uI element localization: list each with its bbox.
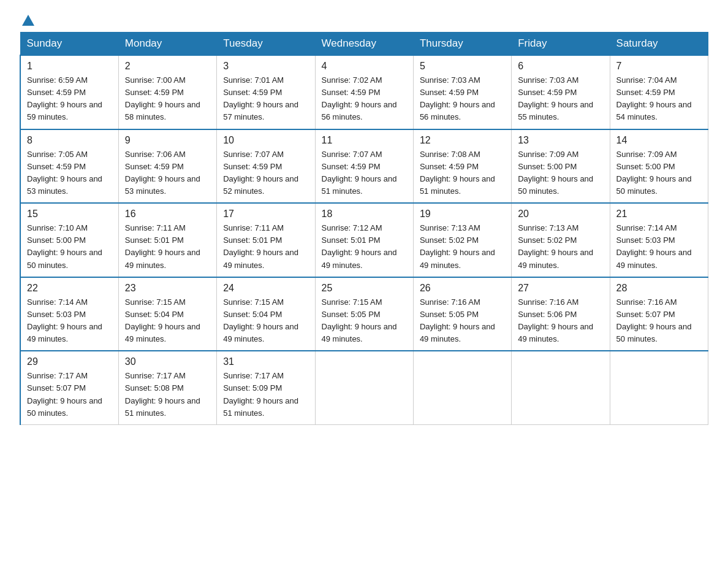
calendar-cell: 31 Sunrise: 7:17 AMSunset: 5:09 PMDaylig… [217, 351, 315, 424]
calendar-table: SundayMondayTuesdayWednesdayThursdayFrid… [20, 32, 708, 425]
day-info: Sunrise: 7:17 AMSunset: 5:07 PMDaylight:… [27, 371, 102, 417]
calendar-cell: 18 Sunrise: 7:12 AMSunset: 5:01 PMDaylig… [315, 203, 413, 277]
day-info: Sunrise: 7:12 AMSunset: 5:01 PMDaylight:… [322, 223, 397, 269]
day-number: 16 [125, 209, 210, 220]
day-info: Sunrise: 7:05 AMSunset: 4:59 PMDaylight:… [27, 150, 102, 196]
calendar-cell: 19 Sunrise: 7:13 AMSunset: 5:02 PMDaylig… [413, 203, 511, 277]
day-info: Sunrise: 7:15 AMSunset: 5:04 PMDaylight:… [223, 297, 298, 343]
calendar-cell: 3 Sunrise: 7:01 AMSunset: 4:59 PMDayligh… [217, 55, 315, 129]
day-info: Sunrise: 7:17 AMSunset: 5:09 PMDaylight:… [223, 371, 298, 417]
day-number: 30 [125, 356, 210, 367]
calendar-cell: 12 Sunrise: 7:08 AMSunset: 4:59 PMDaylig… [413, 129, 511, 204]
day-info: Sunrise: 7:11 AMSunset: 5:01 PMDaylight:… [223, 223, 298, 269]
day-info: Sunrise: 7:17 AMSunset: 5:08 PMDaylight:… [125, 371, 200, 417]
day-number: 8 [27, 135, 112, 146]
day-number: 18 [322, 209, 407, 220]
day-number: 25 [322, 283, 407, 294]
day-info: Sunrise: 7:11 AMSunset: 5:01 PMDaylight:… [125, 223, 200, 269]
calendar-cell: 5 Sunrise: 7:03 AMSunset: 4:59 PMDayligh… [413, 55, 511, 129]
day-number: 21 [616, 209, 702, 220]
calendar-cell: 1 Sunrise: 6:59 AMSunset: 4:59 PMDayligh… [20, 55, 118, 129]
day-number: 23 [125, 283, 210, 294]
calendar-cell: 28 Sunrise: 7:16 AMSunset: 5:07 PMDaylig… [610, 277, 708, 351]
calendar-cell: 13 Sunrise: 7:09 AMSunset: 5:00 PMDaylig… [512, 129, 610, 204]
day-number: 5 [420, 61, 505, 72]
header-monday: Monday [118, 33, 216, 56]
calendar-cell: 23 Sunrise: 7:15 AMSunset: 5:04 PMDaylig… [118, 277, 216, 351]
day-number: 28 [616, 283, 702, 294]
header-friday: Friday [512, 33, 610, 56]
day-info: Sunrise: 7:04 AMSunset: 4:59 PMDaylight:… [616, 75, 692, 121]
calendar-cell: 14 Sunrise: 7:09 AMSunset: 5:00 PMDaylig… [610, 129, 708, 204]
calendar-week-row: 29 Sunrise: 7:17 AMSunset: 5:07 PMDaylig… [20, 351, 708, 424]
svg-marker-0 [22, 15, 34, 26]
day-info: Sunrise: 7:06 AMSunset: 4:59 PMDaylight:… [125, 150, 200, 196]
calendar-cell: 10 Sunrise: 7:07 AMSunset: 4:59 PMDaylig… [217, 129, 315, 204]
day-info: Sunrise: 6:59 AMSunset: 4:59 PMDaylight:… [27, 75, 102, 121]
day-number: 2 [125, 61, 210, 72]
calendar-week-row: 15 Sunrise: 7:10 AMSunset: 5:00 PMDaylig… [20, 203, 708, 277]
day-info: Sunrise: 7:00 AMSunset: 4:59 PMDaylight:… [125, 75, 200, 121]
calendar-cell: 29 Sunrise: 7:17 AMSunset: 5:07 PMDaylig… [20, 351, 118, 424]
day-number: 31 [223, 356, 308, 367]
calendar-week-row: 8 Sunrise: 7:05 AMSunset: 4:59 PMDayligh… [20, 129, 708, 204]
day-number: 7 [616, 61, 702, 72]
calendar-cell: 27 Sunrise: 7:16 AMSunset: 5:06 PMDaylig… [512, 277, 610, 351]
calendar-cell: 16 Sunrise: 7:11 AMSunset: 5:01 PMDaylig… [118, 203, 216, 277]
day-info: Sunrise: 7:14 AMSunset: 5:03 PMDaylight:… [27, 297, 102, 343]
calendar-cell: 7 Sunrise: 7:04 AMSunset: 4:59 PMDayligh… [610, 55, 708, 129]
day-number: 12 [420, 135, 505, 146]
calendar-cell [315, 351, 413, 424]
day-info: Sunrise: 7:07 AMSunset: 4:59 PMDaylight:… [223, 150, 298, 196]
calendar-cell [512, 351, 610, 424]
day-info: Sunrise: 7:15 AMSunset: 5:04 PMDaylight:… [125, 297, 200, 343]
calendar-cell: 24 Sunrise: 7:15 AMSunset: 5:04 PMDaylig… [217, 277, 315, 351]
day-number: 9 [125, 135, 210, 146]
calendar-cell: 17 Sunrise: 7:11 AMSunset: 5:01 PMDaylig… [217, 203, 315, 277]
day-info: Sunrise: 7:10 AMSunset: 5:00 PMDaylight:… [27, 223, 102, 269]
logo-triangle-icon [22, 15, 34, 26]
day-info: Sunrise: 7:13 AMSunset: 5:02 PMDaylight:… [420, 223, 495, 269]
day-number: 13 [518, 135, 603, 146]
calendar-week-row: 22 Sunrise: 7:14 AMSunset: 5:03 PMDaylig… [20, 277, 708, 351]
calendar-cell: 4 Sunrise: 7:02 AMSunset: 4:59 PMDayligh… [315, 55, 413, 129]
day-number: 24 [223, 283, 308, 294]
day-number: 26 [420, 283, 505, 294]
calendar-cell: 6 Sunrise: 7:03 AMSunset: 4:59 PMDayligh… [512, 55, 610, 129]
day-info: Sunrise: 7:02 AMSunset: 4:59 PMDaylight:… [322, 75, 397, 121]
day-number: 14 [616, 135, 702, 146]
header-wednesday: Wednesday [315, 33, 413, 56]
page-header [20, 15, 708, 25]
calendar-cell [413, 351, 511, 424]
calendar-cell: 25 Sunrise: 7:15 AMSunset: 5:05 PMDaylig… [315, 277, 413, 351]
calendar-cell [610, 351, 708, 424]
calendar-cell: 21 Sunrise: 7:14 AMSunset: 5:03 PMDaylig… [610, 203, 708, 277]
day-number: 6 [518, 61, 603, 72]
calendar-cell: 30 Sunrise: 7:17 AMSunset: 5:08 PMDaylig… [118, 351, 216, 424]
day-number: 4 [322, 61, 407, 72]
logo [20, 15, 34, 25]
calendar-cell: 26 Sunrise: 7:16 AMSunset: 5:05 PMDaylig… [413, 277, 511, 351]
day-number: 19 [420, 209, 505, 220]
header-tuesday: Tuesday [217, 33, 315, 56]
day-number: 11 [322, 135, 407, 146]
calendar-cell: 8 Sunrise: 7:05 AMSunset: 4:59 PMDayligh… [20, 129, 118, 204]
header-saturday: Saturday [610, 33, 708, 56]
calendar-header-row: SundayMondayTuesdayWednesdayThursdayFrid… [20, 33, 708, 56]
calendar-cell: 2 Sunrise: 7:00 AMSunset: 4:59 PMDayligh… [118, 55, 216, 129]
day-info: Sunrise: 7:08 AMSunset: 4:59 PMDaylight:… [420, 150, 495, 196]
calendar-cell: 11 Sunrise: 7:07 AMSunset: 4:59 PMDaylig… [315, 129, 413, 204]
day-info: Sunrise: 7:14 AMSunset: 5:03 PMDaylight:… [616, 223, 692, 269]
calendar-cell: 15 Sunrise: 7:10 AMSunset: 5:00 PMDaylig… [20, 203, 118, 277]
day-number: 10 [223, 135, 308, 146]
day-info: Sunrise: 7:09 AMSunset: 5:00 PMDaylight:… [616, 150, 692, 196]
day-info: Sunrise: 7:15 AMSunset: 5:05 PMDaylight:… [322, 297, 397, 343]
day-number: 22 [27, 283, 112, 294]
day-info: Sunrise: 7:16 AMSunset: 5:06 PMDaylight:… [518, 297, 593, 343]
day-number: 17 [223, 209, 308, 220]
day-number: 3 [223, 61, 308, 72]
day-info: Sunrise: 7:13 AMSunset: 5:02 PMDaylight:… [518, 223, 593, 269]
calendar-cell: 20 Sunrise: 7:13 AMSunset: 5:02 PMDaylig… [512, 203, 610, 277]
day-info: Sunrise: 7:09 AMSunset: 5:00 PMDaylight:… [518, 150, 593, 196]
day-info: Sunrise: 7:03 AMSunset: 4:59 PMDaylight:… [518, 75, 593, 121]
